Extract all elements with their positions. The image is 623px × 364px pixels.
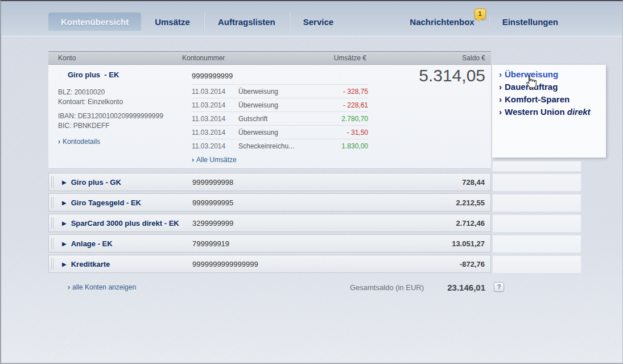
- col-header-umsaetze: Umsätze €: [290, 54, 366, 62]
- kontoart-line: Kontoart: Einzelkonto: [58, 97, 163, 107]
- tx-type: Überweisung: [238, 88, 323, 96]
- drag-handle-icon[interactable]: [51, 238, 54, 249]
- chevron-right-icon: ›: [68, 283, 70, 291]
- alle-umsaetze-link[interactable]: ›Alle Umsätze: [192, 156, 237, 164]
- chevron-right-icon: ›: [499, 69, 502, 79]
- account-row-sparcard[interactable]: ▶ SparCard 3000 plus direkt - EK 3299999…: [48, 214, 491, 232]
- account-name: Giro Tagesgeld - EK: [71, 198, 141, 207]
- row-action-box: [492, 173, 581, 192]
- tab-service[interactable]: Service: [289, 13, 347, 31]
- bic-line: BIC: PBNKDEFF: [58, 121, 163, 131]
- menu-item-label-italic: direkt: [567, 107, 591, 117]
- expand-triangle-icon[interactable]: ▶: [62, 261, 67, 267]
- nav-nachrichtenbox[interactable]: Nachrichtenbox 1: [396, 17, 488, 27]
- chevron-right-icon: ›: [58, 138, 60, 146]
- account-suffix: - EK: [164, 219, 179, 228]
- account-name: Kreditkarte: [71, 260, 110, 268]
- tx-date: 11.03.2014: [192, 129, 238, 136]
- account-row-giro-tagesgeld[interactable]: ▶ Giro Tagesgeld - EK 9999999995 2.212,5…: [48, 193, 491, 212]
- gesamtsaldo-value: 23.146,01: [447, 283, 485, 292]
- row-action-box: [492, 235, 581, 253]
- col-header-kontonummer: Kontonummer: [182, 54, 290, 62]
- secondary-nav: Nachrichtenbox 1 Einstellungen: [396, 13, 572, 31]
- tx-date: 11.03.2014: [192, 88, 238, 96]
- menu-item-western-union[interactable]: ›Western Union direkt: [499, 107, 606, 119]
- transaction-row[interactable]: 11.03.2014 Überweisung - 31,50: [192, 125, 368, 139]
- drag-handle-icon[interactable]: [51, 258, 54, 270]
- alle-umsaetze-label: Alle Umsätze: [196, 156, 237, 164]
- tx-amount: - 328,75: [323, 88, 368, 96]
- einstellungen-label: Einstellungen: [502, 17, 558, 27]
- tx-type: Überweisung: [238, 101, 323, 109]
- account-row-giro-plus-gk[interactable]: ▶ Giro plus - GK 9999999998 728,44: [48, 173, 491, 191]
- menu-item-label: Überweisung: [505, 69, 558, 79]
- tx-amount: - 31,50: [323, 129, 368, 136]
- chevron-right-icon: ›: [499, 94, 502, 104]
- chevron-right-icon: ›: [192, 156, 194, 164]
- chevron-right-icon: ›: [499, 82, 502, 92]
- tab-kontenuebersicht[interactable]: Kontenübersicht: [48, 13, 141, 31]
- menu-item-komfort-sparen[interactable]: ›Komfort-Sparen: [499, 94, 606, 107]
- account-number: 9999999998: [192, 178, 233, 187]
- table-header: Konto Kontonummer Umsätze € Saldo €: [48, 51, 491, 65]
- account-number: 799999919: [192, 239, 229, 248]
- col-header-konto: Konto: [48, 54, 182, 62]
- account-number: 9999999999: [192, 72, 233, 80]
- expand-triangle-icon[interactable]: ▶: [62, 179, 67, 185]
- transaction-row[interactable]: 11.03.2014 Überweisung - 228,61: [192, 98, 368, 111]
- account-balance-large: 5.314,05: [419, 66, 485, 85]
- tab-auftragslisten[interactable]: Auftragslisten: [204, 13, 289, 31]
- account-row-anlage[interactable]: ▶ Anlage - EK 799999919 13.051,27: [48, 234, 491, 253]
- account-row-kreditkarte[interactable]: ▶ Kreditkarte 9999999999999999 -872,76: [48, 255, 491, 273]
- tx-type: Überweisung: [238, 129, 323, 136]
- account-suffix: - EK: [98, 239, 113, 248]
- transaction-row[interactable]: 11.03.2014 Überweisung - 328,75: [192, 84, 368, 98]
- gesamtsaldo-label: Gesamtsaldo (in EUR): [350, 283, 424, 292]
- tab-umsaetze[interactable]: Umsätze: [141, 13, 204, 31]
- drag-handle-icon[interactable]: [51, 197, 54, 208]
- account-number: 3299999999: [192, 219, 233, 228]
- row-action-box: [492, 214, 581, 233]
- account-suffix: - GK: [105, 178, 121, 187]
- account-name: Giro plus - GK: [71, 178, 121, 187]
- menu-item-label: Western Union: [505, 107, 565, 117]
- chevron-right-icon: ›: [499, 107, 502, 117]
- account-number: 9999999999999999: [192, 260, 258, 268]
- expand-triangle-icon[interactable]: ▶: [62, 220, 67, 226]
- account-details-block: BLZ: 20010020 Kontoart: Einzelkonto IBAN…: [58, 88, 163, 147]
- account-suffix: - EK: [104, 71, 119, 79]
- nav-einstellungen[interactable]: Einstellungen: [488, 17, 572, 27]
- menu-item-label: Dauerauftrag: [505, 82, 558, 92]
- tx-type: Gutschrift: [238, 115, 323, 123]
- blz-line: BLZ: 20010020: [58, 88, 163, 97]
- expand-triangle-icon[interactable]: ▶: [62, 241, 67, 247]
- drag-handle-icon[interactable]: [51, 176, 54, 188]
- drag-handle-icon[interactable]: [51, 217, 54, 229]
- kontodetails-link[interactable]: ›Kontodetails: [58, 137, 100, 147]
- spacer: [58, 107, 163, 111]
- row-action-box: [492, 161, 581, 172]
- row-action-placeholders: [492, 161, 581, 276]
- account-balance: 2.212,55: [456, 198, 485, 207]
- account-name-text: Anlage: [71, 239, 96, 248]
- menu-item-dauerauftrag[interactable]: ›Dauerauftrag: [499, 82, 606, 94]
- col-header-saldo: Saldo €: [366, 54, 491, 62]
- expand-triangle-icon[interactable]: ▶: [62, 200, 67, 206]
- account-balance: -872,76: [460, 260, 485, 268]
- menu-item-label: Komfort-Sparen: [505, 94, 570, 104]
- tx-amount: 1.830,00: [323, 142, 368, 150]
- row-action-box: [492, 255, 581, 274]
- kontodetails-label: Kontodetails: [63, 138, 100, 146]
- account-balance: 2.712,46: [456, 219, 485, 228]
- iban-line: IBAN: DE31200100209999999999: [58, 111, 163, 121]
- account-name-text: SparCard 3000 plus direkt: [71, 219, 162, 228]
- nachrichtenbox-label: Nachrichtenbox: [410, 17, 474, 27]
- alle-konten-anzeigen-link[interactable]: ›alle Konten anzeigen: [68, 283, 136, 291]
- account-name: Anlage - EK: [71, 239, 113, 248]
- menu-item-ueberweisung[interactable]: ›Überweisung: [499, 69, 606, 82]
- tx-amount: - 228,61: [323, 101, 368, 109]
- help-button[interactable]: ?: [494, 282, 504, 292]
- transaction-row[interactable]: 11.03.2014 Gutschrift 2.780,70: [192, 111, 368, 125]
- expanded-account-panel: Giro plus - EK 9999999999 5.314,05 BLZ: …: [48, 65, 491, 169]
- transaction-row[interactable]: 11.03.2014 Scheckeinreichu... 1.830,00: [192, 139, 368, 152]
